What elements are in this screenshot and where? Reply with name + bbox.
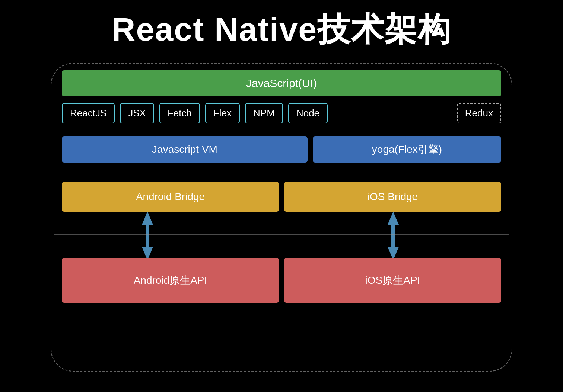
ios-bridge-bar: iOS Bridge <box>284 182 501 212</box>
pill-flex: Flex <box>205 103 240 123</box>
vm-label: Javascript VM <box>152 144 217 155</box>
js-ui-bar: JavaScript(UI) <box>62 70 501 96</box>
arrow-ios <box>384 212 403 260</box>
arrow-android <box>138 212 157 260</box>
android-bridge-label: Android Bridge <box>136 191 205 203</box>
yoga-bar: yoga(Flex引擎) <box>313 136 501 163</box>
pill-redux: Redux <box>457 103 501 123</box>
page-title: React Native技术架构 <box>112 7 451 52</box>
ios-native-bar: iOS原生API <box>284 258 501 303</box>
pills-row: ReactJS JSX Fetch Flex NPM Node Redux <box>62 103 501 123</box>
ios-native-label: iOS原生API <box>365 273 420 287</box>
divider-line <box>54 234 509 235</box>
pill-node: Node <box>288 103 328 123</box>
native-row: Android原生API iOS原生API <box>62 258 501 303</box>
bridge-row: Android Bridge iOS Bridge <box>62 182 501 212</box>
pill-jsx: JSX <box>120 103 154 123</box>
svg-marker-0 <box>142 212 153 225</box>
pill-npm: NPM <box>245 103 283 123</box>
pill-reactjs: ReactJS <box>62 103 115 123</box>
android-native-bar: Android原生API <box>62 258 279 303</box>
diagram: JavaScript(UI) ReactJS JSX Fetch Flex NP… <box>32 63 531 375</box>
yoga-label: yoga(Flex引擎) <box>372 142 442 157</box>
pill-fetch: Fetch <box>159 103 200 123</box>
android-native-label: Android原生API <box>134 273 207 287</box>
js-ui-label: JavaScript(UI) <box>246 77 317 90</box>
svg-rect-5 <box>391 223 395 249</box>
svg-rect-2 <box>146 223 149 249</box>
svg-marker-3 <box>388 212 399 225</box>
vm-bar: Javascript VM <box>62 136 308 163</box>
android-bridge-bar: Android Bridge <box>62 182 279 212</box>
ios-bridge-label: iOS Bridge <box>368 191 418 203</box>
vm-row: Javascript VM yoga(Flex引擎) <box>62 136 501 163</box>
